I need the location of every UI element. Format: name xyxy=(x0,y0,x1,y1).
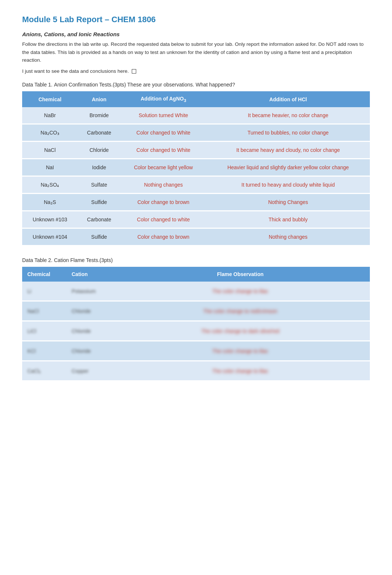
cell-anion: Sulfide xyxy=(78,228,121,246)
cell-t2-observation: The color change to red/crimson xyxy=(116,308,365,314)
t2-col-observation: Flame Observation xyxy=(116,271,365,277)
cell-agno3: Color change to brown xyxy=(120,228,206,246)
cell-chemical: Unknown #103 xyxy=(22,211,78,228)
cell-hcl: It turned to heavy and cloudy white liqu… xyxy=(206,176,370,194)
subtitle: Anions, Cations, and Ionic Reactions xyxy=(22,31,370,37)
table2-title: Data Table 2. Cation Flame Tests.(3pts) xyxy=(22,257,370,263)
col-header-chemical: Chemical xyxy=(22,91,78,107)
table-row: Unknown #104SulfideColor change to brown… xyxy=(22,228,370,246)
cell-anion: Chloride xyxy=(78,142,121,159)
cell-t2-observation: The color change to lilac xyxy=(116,288,365,294)
cell-t2-chemical: NaCl xyxy=(27,308,72,314)
cell-t2-cation: Chloride xyxy=(72,348,116,354)
cell-t2-observation: The color change to dark olive/red xyxy=(116,328,365,334)
checkbox-icon[interactable] xyxy=(132,69,136,74)
cell-chemical: Na₂CO₃ xyxy=(22,124,78,142)
cell-anion: Sulfate xyxy=(78,176,121,194)
list-item: CaCl₂CopperThe color change to lilac xyxy=(22,361,370,381)
cell-t2-chemical: KCl xyxy=(27,348,72,354)
cell-hcl: It became heavier, no color change xyxy=(206,107,370,124)
cell-t2-cation: Chloride xyxy=(72,308,116,314)
table-row: NaBrBromideSolution turned WhiteIt becam… xyxy=(22,107,370,124)
cell-t2-cation: Copper xyxy=(72,368,116,374)
cell-chemical: NaCl xyxy=(22,142,78,159)
cell-chemical: NaBr xyxy=(22,107,78,124)
table-row: Na₂SO₄SulfateNothing changesIt turned to… xyxy=(22,176,370,194)
col-header-hcl: Addition of HCl xyxy=(206,91,370,107)
cell-t2-chemical: CaCl₂ xyxy=(27,368,72,374)
description: Follow the directions in the lab write u… xyxy=(22,40,370,64)
cell-chemical: Unknown #104 xyxy=(22,228,78,246)
t2-col-chemical: Chemical xyxy=(27,271,72,277)
cell-chemical: Na₂S xyxy=(22,194,78,211)
cell-t2-chemical: Li xyxy=(27,288,72,294)
table-row: Na₂SSulfideColor change to brownNothing … xyxy=(22,194,370,211)
col-header-anion: Anion xyxy=(78,91,121,107)
cell-hcl: Nothing Changes xyxy=(206,194,370,211)
cell-anion: Carbonate xyxy=(78,211,121,228)
cell-hcl: It became heavy and cloudy, no color cha… xyxy=(206,142,370,159)
list-item: KClChlorideThe color change to lilac xyxy=(22,341,370,361)
cell-hcl: Nothing changes xyxy=(206,228,370,246)
cell-agno3: Color became light yellow xyxy=(120,159,206,176)
cell-hcl: Turned to bubbles, no color change xyxy=(206,124,370,142)
cell-anion: Sulfide xyxy=(78,194,121,211)
cell-anion: Carbonate xyxy=(78,124,121,142)
note: I just want to see the data and conclusi… xyxy=(22,67,370,75)
table-row: NaClChlorideColor changed to WhiteIt bec… xyxy=(22,142,370,159)
table-row: Na₂CO₃CarbonateColor changed to WhiteTur… xyxy=(22,124,370,142)
data-table-1: Chemical Anion Addition of AgNO3 Additio… xyxy=(22,91,370,246)
cell-hcl: Thick and bubbly xyxy=(206,211,370,228)
cell-anion: Iodide xyxy=(78,159,121,176)
cell-t2-cation: Chloride xyxy=(72,328,116,334)
list-item: LiPotassiumThe color change to lilac xyxy=(22,282,370,302)
table1-title: Data Table 1. Anion Confirmation Tests.(… xyxy=(22,82,370,88)
cell-agno3: Color change to brown xyxy=(120,194,206,211)
cell-agno3: Solution turned White xyxy=(120,107,206,124)
cell-chemical: NaI xyxy=(22,159,78,176)
cell-agno3: Color changed to white xyxy=(120,211,206,228)
cell-t2-observation: The color change to lilac xyxy=(116,368,365,374)
cell-t2-chemical: LiCl xyxy=(27,328,72,334)
cell-t2-cation: Potassium xyxy=(72,288,116,294)
list-item: NaClChlorideThe color change to red/crim… xyxy=(22,302,370,321)
cell-t2-observation: The color change to lilac xyxy=(116,348,365,354)
cell-anion: Bromide xyxy=(78,107,121,124)
cell-chemical: Na₂SO₄ xyxy=(22,176,78,194)
table-row: Unknown #103CarbonateColor changed to wh… xyxy=(22,211,370,228)
cell-agno3: Nothing changes xyxy=(120,176,206,194)
table-row: NaIIodideColor became light yellowHeavie… xyxy=(22,159,370,176)
page-title: Module 5 Lab Report – CHEM 1806 xyxy=(22,15,370,24)
data-table-2: Chemical Cation Flame Observation LiPota… xyxy=(22,267,370,381)
cell-agno3: Color changed to White xyxy=(120,124,206,142)
cell-hcl: Heavier liquid and slightly darker yello… xyxy=(206,159,370,176)
cell-agno3: Color changed to White xyxy=(120,142,206,159)
col-header-agno3: Addition of AgNO3 xyxy=(120,91,206,107)
t2-col-cation: Cation xyxy=(72,271,116,277)
table2-header-row: Chemical Cation Flame Observation xyxy=(22,267,370,282)
list-item: LiClChlorideThe color change to dark oli… xyxy=(22,321,370,341)
